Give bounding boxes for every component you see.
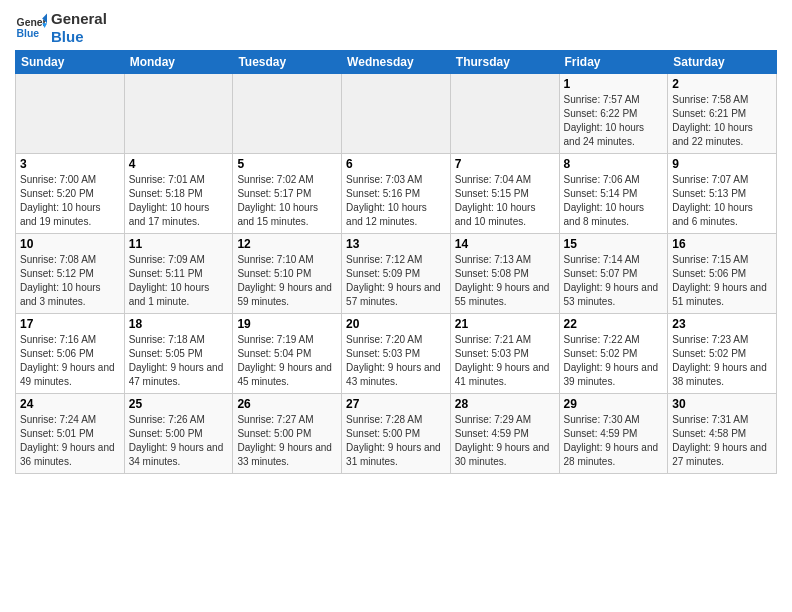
calendar-cell: 19Sunrise: 7:19 AM Sunset: 5:04 PM Dayli… <box>233 314 342 394</box>
day-number: 25 <box>129 397 229 411</box>
calendar-cell: 1Sunrise: 7:57 AM Sunset: 6:22 PM Daylig… <box>559 74 668 154</box>
logo-text: GeneralBlue <box>51 10 107 46</box>
day-number: 3 <box>20 157 120 171</box>
day-number: 4 <box>129 157 229 171</box>
weekday-header: Saturday <box>668 51 777 74</box>
day-info: Sunrise: 7:27 AM Sunset: 5:00 PM Dayligh… <box>237 413 337 469</box>
calendar-cell <box>124 74 233 154</box>
day-number: 14 <box>455 237 555 251</box>
week-row: 3Sunrise: 7:00 AM Sunset: 5:20 PM Daylig… <box>16 154 777 234</box>
calendar-cell: 16Sunrise: 7:15 AM Sunset: 5:06 PM Dayli… <box>668 234 777 314</box>
day-info: Sunrise: 7:06 AM Sunset: 5:14 PM Dayligh… <box>564 173 664 229</box>
day-number: 21 <box>455 317 555 331</box>
day-info: Sunrise: 7:12 AM Sunset: 5:09 PM Dayligh… <box>346 253 446 309</box>
calendar-cell: 11Sunrise: 7:09 AM Sunset: 5:11 PM Dayli… <box>124 234 233 314</box>
svg-text:Blue: Blue <box>17 28 40 39</box>
day-info: Sunrise: 7:01 AM Sunset: 5:18 PM Dayligh… <box>129 173 229 229</box>
calendar-cell: 10Sunrise: 7:08 AM Sunset: 5:12 PM Dayli… <box>16 234 125 314</box>
calendar-cell: 24Sunrise: 7:24 AM Sunset: 5:01 PM Dayli… <box>16 394 125 474</box>
calendar-cell: 13Sunrise: 7:12 AM Sunset: 5:09 PM Dayli… <box>342 234 451 314</box>
day-info: Sunrise: 7:10 AM Sunset: 5:10 PM Dayligh… <box>237 253 337 309</box>
day-info: Sunrise: 7:24 AM Sunset: 5:01 PM Dayligh… <box>20 413 120 469</box>
calendar-cell: 23Sunrise: 7:23 AM Sunset: 5:02 PM Dayli… <box>668 314 777 394</box>
weekday-header-row: SundayMondayTuesdayWednesdayThursdayFrid… <box>16 51 777 74</box>
calendar-cell: 28Sunrise: 7:29 AM Sunset: 4:59 PM Dayli… <box>450 394 559 474</box>
calendar-cell: 5Sunrise: 7:02 AM Sunset: 5:17 PM Daylig… <box>233 154 342 234</box>
weekday-header: Wednesday <box>342 51 451 74</box>
day-number: 28 <box>455 397 555 411</box>
calendar-table: SundayMondayTuesdayWednesdayThursdayFrid… <box>15 50 777 474</box>
day-info: Sunrise: 7:03 AM Sunset: 5:16 PM Dayligh… <box>346 173 446 229</box>
week-row: 24Sunrise: 7:24 AM Sunset: 5:01 PM Dayli… <box>16 394 777 474</box>
calendar-cell: 22Sunrise: 7:22 AM Sunset: 5:02 PM Dayli… <box>559 314 668 394</box>
day-number: 5 <box>237 157 337 171</box>
week-row: 10Sunrise: 7:08 AM Sunset: 5:12 PM Dayli… <box>16 234 777 314</box>
day-number: 22 <box>564 317 664 331</box>
day-info: Sunrise: 7:13 AM Sunset: 5:08 PM Dayligh… <box>455 253 555 309</box>
day-number: 17 <box>20 317 120 331</box>
day-info: Sunrise: 7:14 AM Sunset: 5:07 PM Dayligh… <box>564 253 664 309</box>
calendar-cell <box>233 74 342 154</box>
weekday-header: Friday <box>559 51 668 74</box>
calendar-cell: 4Sunrise: 7:01 AM Sunset: 5:18 PM Daylig… <box>124 154 233 234</box>
day-info: Sunrise: 7:04 AM Sunset: 5:15 PM Dayligh… <box>455 173 555 229</box>
calendar-cell: 30Sunrise: 7:31 AM Sunset: 4:58 PM Dayli… <box>668 394 777 474</box>
day-number: 15 <box>564 237 664 251</box>
calendar-cell: 7Sunrise: 7:04 AM Sunset: 5:15 PM Daylig… <box>450 154 559 234</box>
day-info: Sunrise: 7:20 AM Sunset: 5:03 PM Dayligh… <box>346 333 446 389</box>
calendar-cell: 29Sunrise: 7:30 AM Sunset: 4:59 PM Dayli… <box>559 394 668 474</box>
day-number: 30 <box>672 397 772 411</box>
svg-text:General: General <box>17 17 47 28</box>
day-info: Sunrise: 7:28 AM Sunset: 5:00 PM Dayligh… <box>346 413 446 469</box>
day-number: 13 <box>346 237 446 251</box>
day-info: Sunrise: 7:00 AM Sunset: 5:20 PM Dayligh… <box>20 173 120 229</box>
calendar-cell: 18Sunrise: 7:18 AM Sunset: 5:05 PM Dayli… <box>124 314 233 394</box>
calendar-cell: 6Sunrise: 7:03 AM Sunset: 5:16 PM Daylig… <box>342 154 451 234</box>
calendar-cell: 20Sunrise: 7:20 AM Sunset: 5:03 PM Dayli… <box>342 314 451 394</box>
day-info: Sunrise: 7:02 AM Sunset: 5:17 PM Dayligh… <box>237 173 337 229</box>
day-info: Sunrise: 7:07 AM Sunset: 5:13 PM Dayligh… <box>672 173 772 229</box>
day-number: 7 <box>455 157 555 171</box>
calendar-cell: 3Sunrise: 7:00 AM Sunset: 5:20 PM Daylig… <box>16 154 125 234</box>
calendar-cell: 15Sunrise: 7:14 AM Sunset: 5:07 PM Dayli… <box>559 234 668 314</box>
day-number: 8 <box>564 157 664 171</box>
day-number: 6 <box>346 157 446 171</box>
calendar-cell: 17Sunrise: 7:16 AM Sunset: 5:06 PM Dayli… <box>16 314 125 394</box>
calendar-cell: 14Sunrise: 7:13 AM Sunset: 5:08 PM Dayli… <box>450 234 559 314</box>
logo: General Blue GeneralBlue <box>15 10 107 46</box>
weekday-header: Sunday <box>16 51 125 74</box>
header: General Blue GeneralBlue <box>15 10 777 46</box>
calendar-cell <box>16 74 125 154</box>
day-number: 27 <box>346 397 446 411</box>
day-number: 2 <box>672 77 772 91</box>
day-number: 12 <box>237 237 337 251</box>
day-info: Sunrise: 7:23 AM Sunset: 5:02 PM Dayligh… <box>672 333 772 389</box>
day-info: Sunrise: 7:08 AM Sunset: 5:12 PM Dayligh… <box>20 253 120 309</box>
day-info: Sunrise: 7:16 AM Sunset: 5:06 PM Dayligh… <box>20 333 120 389</box>
day-number: 10 <box>20 237 120 251</box>
day-number: 23 <box>672 317 772 331</box>
day-number: 20 <box>346 317 446 331</box>
day-info: Sunrise: 7:22 AM Sunset: 5:02 PM Dayligh… <box>564 333 664 389</box>
calendar-cell <box>450 74 559 154</box>
day-info: Sunrise: 7:18 AM Sunset: 5:05 PM Dayligh… <box>129 333 229 389</box>
day-number: 24 <box>20 397 120 411</box>
calendar-cell: 21Sunrise: 7:21 AM Sunset: 5:03 PM Dayli… <box>450 314 559 394</box>
day-info: Sunrise: 7:19 AM Sunset: 5:04 PM Dayligh… <box>237 333 337 389</box>
page-container: General Blue GeneralBlue SundayMondayTue… <box>0 0 792 479</box>
weekday-header: Thursday <box>450 51 559 74</box>
calendar-cell <box>342 74 451 154</box>
day-number: 16 <box>672 237 772 251</box>
calendar-cell: 25Sunrise: 7:26 AM Sunset: 5:00 PM Dayli… <box>124 394 233 474</box>
day-info: Sunrise: 7:29 AM Sunset: 4:59 PM Dayligh… <box>455 413 555 469</box>
calendar-cell: 9Sunrise: 7:07 AM Sunset: 5:13 PM Daylig… <box>668 154 777 234</box>
day-info: Sunrise: 7:26 AM Sunset: 5:00 PM Dayligh… <box>129 413 229 469</box>
week-row: 17Sunrise: 7:16 AM Sunset: 5:06 PM Dayli… <box>16 314 777 394</box>
day-number: 19 <box>237 317 337 331</box>
day-info: Sunrise: 7:15 AM Sunset: 5:06 PM Dayligh… <box>672 253 772 309</box>
day-info: Sunrise: 7:57 AM Sunset: 6:22 PM Dayligh… <box>564 93 664 149</box>
day-info: Sunrise: 7:30 AM Sunset: 4:59 PM Dayligh… <box>564 413 664 469</box>
calendar-cell: 12Sunrise: 7:10 AM Sunset: 5:10 PM Dayli… <box>233 234 342 314</box>
day-number: 9 <box>672 157 772 171</box>
day-number: 11 <box>129 237 229 251</box>
